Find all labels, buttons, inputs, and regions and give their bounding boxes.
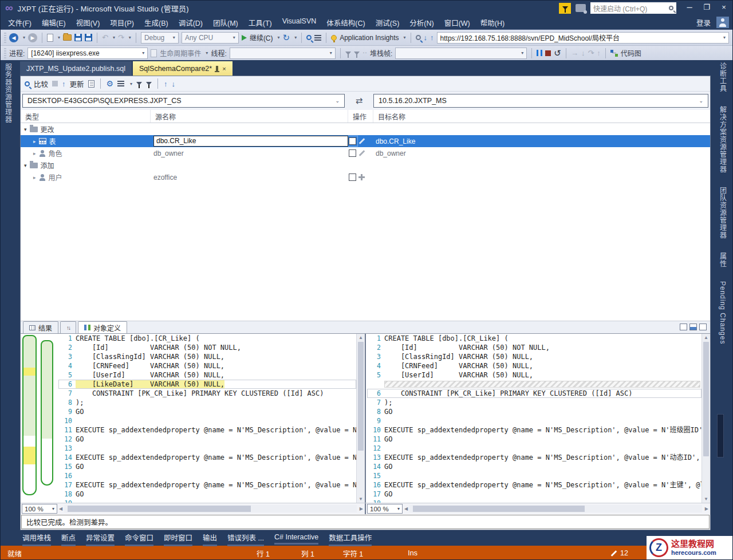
menu-item-11[interactable]: 分析(N) bbox=[404, 15, 439, 30]
feedback-icon[interactable] bbox=[576, 4, 586, 12]
code-map-icon[interactable] bbox=[610, 50, 618, 57]
tab-results[interactable]: 结果 bbox=[23, 321, 58, 333]
step-out-icon[interactable]: ↑ bbox=[597, 49, 601, 57]
source-horizontal-scrollbar[interactable] bbox=[64, 505, 357, 512]
menu-item-4[interactable]: 生成(B) bbox=[139, 15, 174, 30]
stack-frame-dropdown[interactable]: ▾ bbox=[395, 48, 527, 59]
bottom-tab-7[interactable]: C# Interactive bbox=[270, 532, 323, 544]
group-row-3[interactable]: ▾添加 bbox=[21, 159, 710, 171]
source-database-dropdown[interactable]: DESKTOP-E43GCGP\SQLEXPRESS.JXPT_CS⌄ bbox=[22, 94, 345, 108]
menu-item-13[interactable]: 帮助(H) bbox=[475, 15, 510, 30]
restart-icon[interactable]: ↻ bbox=[283, 33, 290, 42]
scroll-up-icon[interactable]: ▲ bbox=[702, 335, 710, 340]
sign-in-link[interactable]: 登录 bbox=[691, 15, 716, 30]
solution-platform-dropdown[interactable]: Any CPU▾ bbox=[182, 32, 239, 44]
bottom-tab-0[interactable]: 调用堆栈 bbox=[18, 531, 56, 546]
filter-clear-icon[interactable] bbox=[146, 82, 152, 85]
swap-source-target-icon[interactable]: ⇄ bbox=[348, 96, 371, 106]
filter-threads-icon[interactable] bbox=[345, 52, 351, 55]
chevron-down-icon[interactable]: ▾ bbox=[206, 50, 208, 56]
window-position-icon[interactable] bbox=[680, 324, 687, 330]
menu-item-3[interactable]: 项目(P) bbox=[105, 15, 139, 30]
bottom-tab-6[interactable]: 错误列表 ... bbox=[223, 531, 269, 546]
chevron-down-icon[interactable]: ▾ bbox=[278, 35, 280, 40]
avatar-icon[interactable] bbox=[716, 17, 729, 28]
group-results-icon[interactable] bbox=[117, 81, 124, 86]
window-split-icon[interactable] bbox=[689, 324, 697, 330]
navigate-back-icon[interactable]: ◀ bbox=[9, 33, 18, 42]
chevron-down-icon[interactable]: ▾ bbox=[404, 35, 406, 40]
window-options-icon[interactable] bbox=[699, 324, 707, 330]
filter-icon[interactable] bbox=[136, 82, 142, 85]
menu-item-6[interactable]: 团队(M) bbox=[208, 15, 243, 30]
right-tab-1[interactable]: 解决方案资源管理器 bbox=[718, 106, 728, 175]
group-row-0[interactable]: ▾更改 bbox=[21, 123, 710, 135]
bottom-tab-1[interactable]: 断点 bbox=[57, 531, 80, 546]
open-file-icon[interactable] bbox=[63, 34, 72, 41]
stop-debugging-icon[interactable] bbox=[545, 50, 551, 56]
column-action[interactable]: 操作 bbox=[348, 110, 373, 123]
options-gear-icon[interactable]: ⚙ bbox=[107, 80, 114, 88]
target-horizontal-scrollbar[interactable] bbox=[409, 505, 702, 512]
right-tab-0[interactable]: 诊断工具 bbox=[718, 62, 728, 94]
column-source-name[interactable]: 源名称 bbox=[151, 110, 348, 123]
target-code[interactable]: 1CREATE TABLE [dbo].[CR_Like] (2 [Id] VA… bbox=[367, 334, 702, 503]
menu-item-2[interactable]: 视图(V) bbox=[71, 15, 105, 30]
include-checkbox[interactable] bbox=[349, 149, 356, 157]
continue-play-icon[interactable] bbox=[242, 35, 247, 41]
chevron-down-icon[interactable]: ▾ bbox=[23, 35, 25, 40]
scroll-left-icon[interactable]: ◀ bbox=[57, 506, 64, 511]
close-button[interactable]: × bbox=[715, 2, 732, 14]
menu-item-7[interactable]: 工具(T) bbox=[243, 15, 277, 30]
toggle-suspended-icon[interactable]: ⋅⋅ bbox=[362, 49, 367, 57]
right-tab-3[interactable]: 属性 bbox=[718, 253, 728, 270]
chevron-right-icon[interactable]: ▸ bbox=[33, 139, 36, 144]
source-code[interactable]: 1CREATE TABLE [dbo].[CR_Like] (2 [Id] VA… bbox=[58, 334, 356, 503]
target-database-dropdown[interactable]: 10.5.16.20.JXTP_MS⌄ bbox=[373, 94, 708, 108]
restart-debugging-icon[interactable]: ↺ bbox=[554, 49, 561, 57]
new-file-icon[interactable] bbox=[47, 34, 53, 42]
scroll-left-icon[interactable]: ◀ bbox=[403, 506, 409, 511]
chevron-down-icon[interactable]: ▾ bbox=[58, 35, 60, 40]
redo-icon[interactable]: ↷ bbox=[118, 34, 124, 41]
bottom-tab-8[interactable]: 数据工具操作 bbox=[324, 531, 376, 546]
pin-icon[interactable] bbox=[216, 66, 218, 71]
filter-flagged-icon[interactable] bbox=[354, 52, 360, 55]
include-checkbox[interactable] bbox=[349, 173, 356, 181]
overflow-icon[interactable] bbox=[314, 35, 321, 41]
bottom-tab-5[interactable]: 输出 bbox=[198, 531, 222, 546]
chevron-right-icon[interactable]: ▸ bbox=[33, 175, 36, 180]
find-icon[interactable] bbox=[306, 35, 312, 40]
doc-tab-1[interactable]: SqlSchemaCompare2*× bbox=[133, 61, 232, 76]
chevron-down-icon[interactable]: ▾ bbox=[24, 127, 27, 132]
show-next-statement-icon[interactable]: → bbox=[571, 49, 578, 57]
menu-item-5[interactable]: 调试(D) bbox=[174, 15, 208, 30]
application-insights-button[interactable]: Application Insights bbox=[340, 34, 399, 42]
scroll-right-icon[interactable]: ▶ bbox=[703, 506, 710, 511]
chevron-right-icon[interactable]: ▸ bbox=[33, 151, 36, 156]
bottom-tab-2[interactable]: 异常设置 bbox=[81, 531, 119, 546]
column-type[interactable]: 类型 bbox=[21, 110, 151, 123]
next-difference-icon[interactable]: ↓ bbox=[172, 80, 176, 88]
menu-item-8[interactable]: VisualSVN bbox=[277, 15, 322, 30]
column-target-name[interactable]: 目标名称 bbox=[373, 110, 710, 123]
right-tab-4[interactable]: Pending Changes bbox=[719, 281, 727, 346]
source-zoom-dropdown[interactable]: 100 %▾ bbox=[22, 504, 57, 514]
save-icon[interactable] bbox=[74, 34, 82, 41]
solution-configuration-dropdown[interactable]: Debug▾ bbox=[141, 32, 179, 44]
menu-item-9[interactable]: 体系结构(C) bbox=[321, 15, 370, 30]
step-into-icon[interactable]: ↓ bbox=[581, 49, 585, 57]
doc-tab-0[interactable]: JXTP_MS_Update2.publish.sql bbox=[20, 61, 132, 76]
scroll-down-icon[interactable]: ▼ bbox=[357, 496, 365, 502]
undo-icon[interactable]: ↶ bbox=[102, 34, 108, 41]
step-over-icon[interactable]: ↷ bbox=[588, 49, 594, 57]
server-explorer-tab[interactable]: 服务器资源管理器 bbox=[3, 64, 13, 123]
generate-script-icon[interactable] bbox=[88, 80, 94, 88]
tab-sort[interactable]: ↑↓ bbox=[60, 321, 76, 333]
chevron-down-icon[interactable]: ▾ bbox=[294, 35, 297, 40]
svn-commit-icon[interactable]: ↑ bbox=[430, 34, 434, 41]
menu-item-1[interactable]: 编辑(E) bbox=[37, 15, 71, 30]
minimize-button[interactable]: ─ bbox=[681, 2, 698, 14]
menu-item-0[interactable]: 文件(F) bbox=[3, 15, 37, 30]
code-map-button[interactable]: 代码图 bbox=[621, 48, 641, 58]
